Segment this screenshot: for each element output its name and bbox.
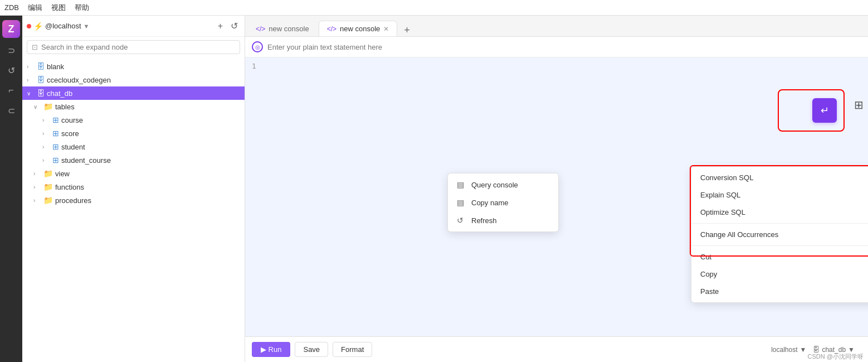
host-label-status: localhost xyxy=(771,346,797,354)
folder-label: view xyxy=(55,170,70,178)
db-label: ccecloudx_codegen xyxy=(47,76,111,84)
menu-item-optimize-sql[interactable]: Optimize SQL xyxy=(691,204,868,221)
add-button[interactable]: + xyxy=(216,20,225,32)
folder-label: procedures xyxy=(55,196,91,205)
context-menu-left: ▤ Query console ▤ Copy name ↺ Refresh xyxy=(447,173,559,232)
tree-item-course[interactable]: › ⊞ course xyxy=(22,113,245,127)
menu-item-refresh[interactable]: ↺ Refresh xyxy=(448,211,558,229)
menu-item-paste[interactable]: Paste xyxy=(691,283,868,300)
refresh-icon: ↺ xyxy=(457,216,466,225)
sidebar-icon-bracket[interactable]: ⌐ xyxy=(3,83,19,98)
table-label: course xyxy=(61,116,83,124)
table-label: student xyxy=(61,143,85,151)
watermark: CSDN @小沈同学呀 xyxy=(808,353,864,361)
search-box: ⊡ xyxy=(27,40,240,54)
folder-label: tables xyxy=(55,103,75,111)
menu-item-copy-name[interactable]: ▤ Copy name xyxy=(448,194,558,211)
refresh-button[interactable]: ↺ xyxy=(228,20,240,32)
tree-item-functions[interactable]: › 📁 functions xyxy=(22,180,245,194)
tree-item-chat_db[interactable]: ∨ 🗄 chat_db xyxy=(22,86,245,100)
tree-actions: + ↺ xyxy=(216,20,240,32)
filter-icon: ⊡ xyxy=(32,43,38,51)
tree-item-view[interactable]: › 📁 view xyxy=(22,167,245,180)
tab-new-console-1[interactable]: </> new console xyxy=(247,21,318,36)
sidebar-icon-other[interactable]: ⊂ xyxy=(3,103,19,118)
sidebar-icon-db[interactable]: ⊃ xyxy=(3,42,19,58)
menu-item-label: Explain SQL xyxy=(700,191,740,199)
tree-header: ⚡ @localhost ▼ + ↺ xyxy=(22,16,245,37)
expand-icon: ∨ xyxy=(33,104,41,110)
expand-icon: › xyxy=(42,117,50,123)
tab-label-2: new console xyxy=(340,25,380,33)
toolbar-area: ▶ Run Save Format localhost ▼ 🗄 chat_db … xyxy=(245,336,868,362)
tab-new-console-2[interactable]: </> new console ✕ xyxy=(319,21,398,36)
query-console-icon: ▤ xyxy=(457,180,466,189)
db-icon: 🗄 xyxy=(37,62,45,71)
host-name: @localhost xyxy=(45,22,81,30)
table-icon: ⊞ xyxy=(52,129,59,138)
grid-view-button[interactable]: ⊞ xyxy=(854,98,864,112)
tab-label-1: new console xyxy=(269,25,309,33)
table-label: student_course xyxy=(61,156,111,165)
expand-icon: › xyxy=(42,144,50,150)
menu-item-query-console[interactable]: ▤ Query console xyxy=(448,176,558,194)
save-button[interactable]: Save xyxy=(295,342,328,357)
folder-icon: 📁 xyxy=(43,182,53,191)
table-icon: ⊞ xyxy=(52,142,59,151)
query-icon: ◎ xyxy=(252,41,263,52)
menu-separator xyxy=(691,223,868,224)
menu-item-label: Cut xyxy=(700,253,711,261)
menu-item-label: Copy name xyxy=(471,199,508,207)
tree-item-procedures[interactable]: › 📁 procedures xyxy=(22,194,245,207)
tree-item-student_course[interactable]: › ⊞ student_course xyxy=(22,153,245,167)
menu-separator-2 xyxy=(691,245,868,246)
tab-bar: </> new console </> new console ✕ + xyxy=(245,16,868,37)
host-selector-status[interactable]: localhost ▼ xyxy=(771,346,806,354)
host-icon: ⚡ xyxy=(33,22,43,31)
expand-icon: › xyxy=(42,157,50,163)
query-input[interactable] xyxy=(267,43,861,51)
menu-edit[interactable]: 编辑 xyxy=(28,3,42,13)
tree-item-student[interactable]: › ⊞ student xyxy=(22,140,245,153)
expand-icon: › xyxy=(42,131,50,137)
tree-item-ccecloudx[interactable]: › 🗄 ccecloudx_codegen xyxy=(22,73,245,86)
tree-item-score[interactable]: › ⊞ score xyxy=(22,127,245,140)
menu-item-cut[interactable]: Cut xyxy=(691,248,868,266)
run-button[interactable]: ▶ Run xyxy=(252,342,290,357)
db-label: chat_db xyxy=(47,89,72,98)
line-number-1: 1 xyxy=(252,62,256,70)
host-selector[interactable]: ⚡ @localhost ▼ xyxy=(27,22,211,31)
input-bar: ◎ xyxy=(245,37,868,57)
context-menu-right: Conversion SQL Explain SQL Optimize SQL … xyxy=(691,166,868,303)
execute-button[interactable]: ↵ xyxy=(812,98,837,123)
db-icon: 🗄 xyxy=(37,89,45,98)
host-dropdown-icon[interactable]: ▼ xyxy=(84,23,90,30)
menu-view[interactable]: 视图 xyxy=(51,3,66,13)
menu-item-change-occurrences[interactable]: Change All Occurrences Ctrl+F2 xyxy=(691,226,868,243)
expand-icon: › xyxy=(33,197,41,204)
tree-item-tables[interactable]: ∨ 📁 tables xyxy=(22,100,245,113)
menu-item-explain-sql[interactable]: Explain SQL xyxy=(691,186,868,204)
menu-item-conversion-sql[interactable]: Conversion SQL xyxy=(691,169,868,186)
menu-item-copy[interactable]: Copy xyxy=(691,266,868,283)
line-numbers: 1 xyxy=(252,62,256,358)
format-button[interactable]: Format xyxy=(333,342,372,357)
expand-icon: › xyxy=(33,184,41,190)
sidebar-icon-back[interactable]: ↺ xyxy=(3,62,19,78)
copy-name-icon: ▤ xyxy=(457,198,466,207)
search-input[interactable] xyxy=(41,43,235,51)
tree-content: › 🗄 blank › 🗄 ccecloudx_codegen ∨ 🗄 chat… xyxy=(22,57,245,362)
menu-item-label: Copy xyxy=(700,270,717,278)
tab-close-button[interactable]: ✕ xyxy=(383,25,389,33)
table-label: score xyxy=(61,129,79,138)
menu-item-label: Conversion SQL xyxy=(700,173,753,182)
expand-icon: ∨ xyxy=(27,90,35,96)
menu-item-label: Change All Occurrences xyxy=(700,230,778,239)
menu-item-label: Optimize SQL xyxy=(700,208,745,216)
add-tab-button[interactable]: + xyxy=(401,25,413,36)
menu-help[interactable]: 帮助 xyxy=(75,3,89,13)
console-icon: </> xyxy=(327,25,337,33)
tree-item-blank[interactable]: › 🗄 blank xyxy=(22,60,245,73)
folder-icon: 📁 xyxy=(43,196,53,205)
table-icon: ⊞ xyxy=(52,115,59,124)
